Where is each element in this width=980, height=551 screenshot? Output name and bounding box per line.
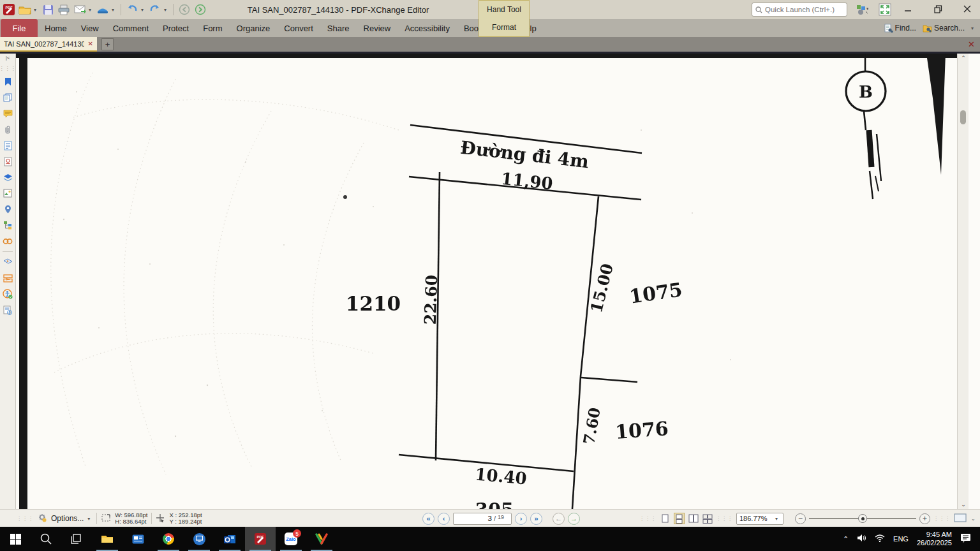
tab-organize[interactable]: Organize (230, 19, 278, 37)
undo-dropdown[interactable]: ▾ (141, 7, 146, 13)
volume-icon[interactable] (857, 533, 866, 545)
pdf-xchange-taskbar-icon[interactable]: PDF (245, 527, 276, 551)
find-button[interactable]: Find... (884, 24, 916, 33)
page-number-box[interactable]: / 19 (453, 513, 512, 525)
fit-dropdown[interactable]: ⌄ (971, 516, 976, 522)
save-button[interactable] (41, 3, 55, 17)
email-button[interactable] (73, 3, 87, 17)
launch-apps-icon[interactable]: ▾ (854, 2, 870, 17)
wifi-icon[interactable] (875, 533, 885, 545)
next-view-button[interactable]: → (568, 513, 580, 525)
zoom-slider-knob[interactable] (858, 514, 867, 523)
content-icon[interactable] (2, 140, 13, 151)
new-tab-button[interactable]: + (101, 38, 114, 50)
zoom-out-button[interactable]: − (795, 513, 806, 524)
zoom-dropdown[interactable]: ▾ (775, 516, 780, 522)
last-page-button[interactable]: » (530, 513, 542, 525)
first-page-button[interactable]: « (422, 513, 434, 525)
next-page-button[interactable]: › (515, 513, 527, 525)
language-indicator[interactable]: ENG (893, 535, 909, 543)
open-dropdown[interactable]: ▾ (34, 7, 39, 13)
tab-convert[interactable]: Convert (277, 19, 320, 37)
search-button[interactable]: Search... (923, 24, 965, 33)
redo-dropdown[interactable]: ▾ (164, 7, 169, 13)
collapse-icon[interactable]: |< (6, 55, 10, 61)
links-icon[interactable] (2, 235, 13, 247)
taskbar-search-icon[interactable] (31, 527, 61, 551)
tab-file[interactable]: File (1, 19, 38, 37)
taskbar-clock[interactable]: 9:45 AM 26/02/2025 (917, 531, 952, 547)
options-button[interactable]: Options... (51, 514, 84, 523)
fields-icon[interactable] (2, 187, 13, 199)
close-button[interactable] (954, 0, 980, 18)
tab-view[interactable]: View (74, 19, 106, 37)
outlook-icon[interactable] (214, 527, 245, 551)
two-page-layout-icon[interactable] (688, 513, 699, 524)
redo-icon[interactable] (148, 3, 162, 17)
tab-protect[interactable]: Protect (156, 19, 196, 37)
accessibility-report-icon[interactable] (2, 304, 13, 316)
scroll-up-icon[interactable]: ⌃ (958, 55, 969, 61)
close-document-icon[interactable]: ✕ (968, 40, 975, 49)
full-screen-icon[interactable] (877, 2, 893, 17)
page-number-input[interactable] (457, 515, 492, 522)
layers-icon[interactable] (2, 172, 13, 183)
previous-view-button[interactable]: ← (553, 513, 565, 525)
scrollbar-thumb[interactable] (960, 110, 966, 124)
attachments-icon[interactable] (2, 124, 13, 135)
two-page-continuous-icon[interactable] (702, 513, 713, 524)
comments-icon[interactable] (2, 108, 13, 119)
contacts-app-icon[interactable] (122, 527, 153, 551)
statusbar-handle[interactable]: ⋮⋮⋮ (17, 516, 34, 522)
document-viewport[interactable]: Đường đi 4m 11,90 22.60 15.00 7.60 10.40… (16, 54, 969, 509)
previous-view-icon[interactable] (177, 3, 191, 17)
file-explorer-icon[interactable] (92, 527, 122, 551)
tab-form[interactable]: Form (196, 19, 229, 37)
tab-close-icon[interactable]: ✕ (88, 40, 93, 47)
remote-desktop-app-icon[interactable] (184, 527, 214, 551)
layout-handle[interactable]: ⋮⋮⋮ (639, 516, 657, 522)
hand-tool-tab[interactable]: Hand Tool (479, 1, 529, 18)
zalo-icon[interactable]: Zalo 5 (276, 527, 306, 551)
fit-page-icon[interactable] (954, 513, 968, 524)
quick-launch-input[interactable] (765, 6, 842, 13)
structure-icon[interactable] (2, 219, 13, 231)
scan-dropdown[interactable]: ▾ (112, 7, 117, 13)
print-button[interactable] (57, 3, 71, 17)
open-button[interactable] (18, 3, 32, 17)
signatures-icon[interactable] (2, 156, 13, 167)
destinations-icon[interactable] (2, 203, 13, 215)
undo-icon[interactable] (125, 3, 139, 17)
continuous-layout-icon[interactable] (674, 513, 685, 524)
single-page-layout-icon[interactable] (660, 513, 671, 524)
quick-launch-box[interactable] (752, 3, 847, 17)
v-app-icon[interactable] (306, 527, 337, 551)
format-tab[interactable]: Format (479, 18, 529, 36)
options-gear-icon[interactable] (38, 513, 47, 524)
tab-review[interactable]: Review (357, 19, 398, 37)
restore-button[interactable] (925, 0, 951, 18)
next-view-icon[interactable] (193, 3, 207, 17)
scan-button[interactable] (96, 3, 110, 17)
vertical-scrollbar[interactable]: ⌃ ⌄ (957, 54, 969, 509)
action-center-icon[interactable] (960, 533, 971, 545)
fit-handle[interactable]: ⋮⋮⋮ (933, 516, 951, 522)
compare-icon[interactable] (2, 272, 13, 284)
tags-icon[interactable] (2, 256, 13, 268)
accessibility-check-icon[interactable] (2, 288, 13, 300)
minimize-button[interactable] (895, 0, 921, 18)
zoom-handle[interactable]: ⋮⋮⋮ (716, 516, 733, 522)
start-button[interactable] (0, 527, 31, 551)
tab-comment[interactable]: Comment (106, 19, 156, 37)
previous-page-button[interactable]: ‹ (438, 513, 450, 525)
bookmarks-icon[interactable] (2, 76, 13, 87)
tab-share[interactable]: Share (320, 19, 357, 37)
options-dropdown[interactable]: ▾ (87, 516, 93, 522)
zoom-level-box[interactable]: 186.77% ▾ (736, 513, 783, 525)
email-dropdown[interactable]: ▾ (89, 7, 94, 13)
thumbnails-icon[interactable] (2, 92, 13, 103)
find-search-dropdown[interactable]: ▾ (971, 26, 976, 31)
scroll-down-icon[interactable]: ⌄ (958, 501, 969, 508)
tab-accessibility[interactable]: Accessibility (397, 19, 457, 37)
zoom-in-button[interactable]: + (919, 513, 930, 524)
